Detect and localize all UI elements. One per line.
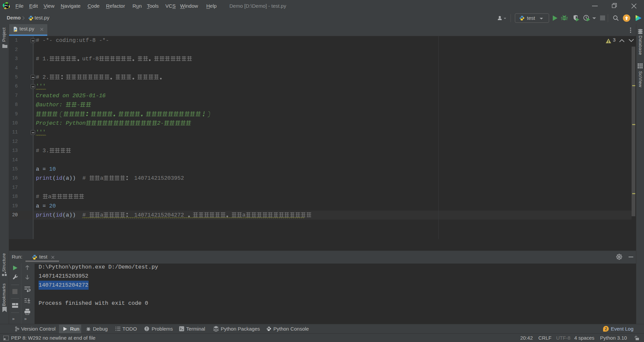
svg-text:PC: PC (5, 4, 8, 7)
